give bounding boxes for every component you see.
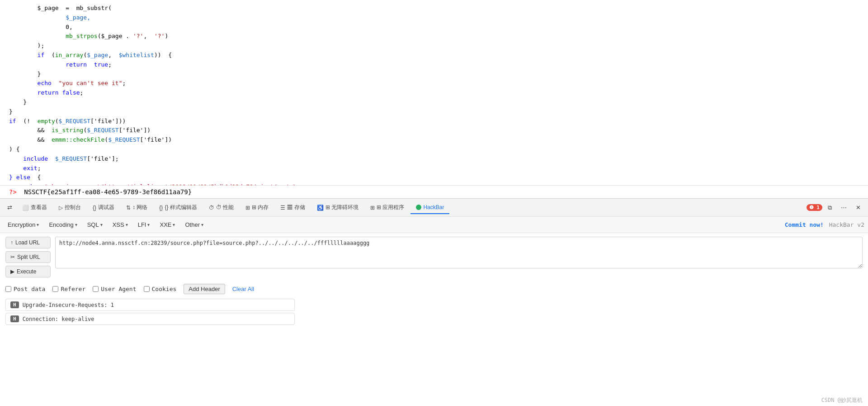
- other-chevron: ▾: [201, 222, 203, 227]
- split-url-icon: ✂: [10, 254, 15, 260]
- post-data-checkbox[interactable]: [5, 286, 11, 292]
- encoding-chevron: ▾: [75, 222, 77, 227]
- split-url-button[interactable]: ✂ Split URL: [5, 251, 51, 263]
- hackbar-options-row: Post data Referer User Agent Cookies Add…: [0, 281, 868, 297]
- console-icon: ▷: [59, 205, 63, 211]
- code-line: }: [0, 70, 868, 79]
- code-line: include $_REQUEST['file'];: [0, 154, 868, 164]
- tab-network[interactable]: ⇅ ↕ 网络: [121, 201, 153, 214]
- code-line: if (in_array($_page, $whitelist)) {: [0, 51, 868, 60]
- code-line: return false;: [0, 88, 868, 98]
- xxe-label: XXE: [160, 221, 171, 228]
- hackbar-headers-area: H Upgrade-Insecure-Requests: 1 H Connect…: [0, 297, 868, 327]
- header-badge-upgrade: H: [10, 301, 19, 308]
- referer-checkbox[interactable]: [52, 286, 58, 292]
- memory-icon: ⊞: [245, 205, 250, 211]
- hackbar-action-buttons: ↑ Load URL ✂ Split URL ▶ Execute: [5, 237, 51, 277]
- url-input[interactable]: [55, 237, 863, 268]
- dock-button[interactable]: ⧉: [824, 202, 835, 213]
- tab-performance[interactable]: ⏱ ⏱ 性能: [203, 201, 239, 214]
- sql-menu-button[interactable]: SQL ▾: [83, 220, 107, 230]
- more-options-button[interactable]: ⋯: [837, 202, 850, 213]
- user-agent-label[interactable]: User Agent: [93, 286, 136, 292]
- hackbar-version-info: Commit now! HackBar v2: [785, 221, 864, 228]
- accessibility-icon: ♿: [317, 205, 324, 211]
- inspect-icon-button[interactable]: ⇄: [4, 202, 16, 213]
- post-data-label[interactable]: Post data: [5, 286, 45, 292]
- perf-icon: ⏱: [209, 205, 214, 211]
- load-url-button[interactable]: ↑ Load URL: [5, 237, 51, 248]
- tab-console[interactable]: ▷ 控制台: [53, 201, 86, 214]
- xxe-chevron: ▾: [173, 222, 175, 227]
- clear-all-button[interactable]: Clear All: [232, 286, 254, 292]
- user-agent-checkbox[interactable]: [93, 286, 99, 292]
- lfi-chevron: ▾: [147, 222, 150, 227]
- commit-now-label: Commit now!: [785, 221, 824, 228]
- code-line: } else {: [0, 173, 868, 182]
- split-url-label: Split URL: [17, 254, 40, 260]
- lfi-menu-button[interactable]: LFI ▾: [134, 220, 154, 230]
- other-menu-button[interactable]: Other ▾: [181, 220, 208, 230]
- encryption-menu-button[interactable]: Encryption ▾: [4, 220, 43, 230]
- sql-chevron: ▾: [100, 222, 103, 227]
- inspector-icon: ⬜: [22, 205, 29, 211]
- network-icon: ⇅: [126, 205, 131, 211]
- devtools-toolbar: ⇄ ⬜ 查看器 ▷ 控制台 {} 调试器 ⇅ ↕ 网络 {} {} 样式编辑器 …: [0, 199, 868, 217]
- sql-label: SQL: [87, 221, 99, 228]
- hackbar-menu-bar: Encryption ▾ Encoding ▾ SQL ▾ XSS ▾ LFI …: [0, 217, 868, 233]
- close-devtools-button[interactable]: ✕: [852, 202, 864, 213]
- header-badge-connection: H: [10, 315, 19, 322]
- xss-label: XSS: [113, 221, 124, 228]
- xss-chevron: ▾: [126, 222, 128, 227]
- other-label: Other: [185, 221, 200, 228]
- error-count-badge: ❶ 1: [807, 204, 822, 211]
- encryption-label: Encryption: [8, 221, 35, 228]
- version-label: HackBar v2: [829, 221, 864, 228]
- referer-label[interactable]: Referer: [52, 286, 85, 292]
- execute-button[interactable]: ▶ Execute: [5, 266, 51, 277]
- tab-application[interactable]: ⊞ ⊞ 应用程序: [365, 201, 410, 214]
- code-line: );: [0, 41, 868, 51]
- execute-icon: ▶: [10, 268, 14, 275]
- tab-style-editor[interactable]: {} {} 样式编辑器: [154, 201, 202, 214]
- code-line: ) {: [0, 145, 868, 154]
- tab-memory[interactable]: ⊞ ⊞ 内存: [240, 201, 274, 214]
- execute-label: Execute: [17, 268, 36, 275]
- lfi-label: LFI: [138, 221, 146, 228]
- tab-accessibility[interactable]: ♿ ⊞ 无障碍环境: [311, 201, 364, 214]
- encryption-chevron: ▾: [37, 222, 39, 227]
- code-display: $_page = mb_substr( $_page, 0, mb_strpos…: [0, 0, 868, 186]
- header-value-connection: Connection: keep-alive: [23, 316, 94, 322]
- encoding-menu-button[interactable]: Encoding ▾: [45, 220, 81, 230]
- tab-inspector[interactable]: ⬜ 查看器: [17, 201, 52, 214]
- tab-storage[interactable]: ☰ ☰ 存储: [275, 201, 310, 214]
- watermark: CSDN @妙尻逛机: [821, 396, 863, 404]
- code-line: 0,: [0, 23, 868, 32]
- debugger-icon: {}: [93, 205, 96, 211]
- load-url-icon: ↑: [10, 239, 13, 246]
- code-line: && is_string($_REQUEST['file']): [0, 126, 868, 135]
- hackbar-main-area: ↑ Load URL ✂ Split URL ▶ Execute: [0, 233, 868, 281]
- code-line: $_page = mb_substr(: [0, 4, 868, 13]
- xss-menu-button[interactable]: XSS ▾: [108, 220, 132, 230]
- xxe-menu-button[interactable]: XXE ▾: [156, 220, 179, 230]
- tab-debugger[interactable]: {} 调试器: [87, 201, 120, 214]
- header-value-upgrade: Upgrade-Insecure-Requests: 1: [23, 302, 114, 308]
- add-header-button[interactable]: Add Header: [184, 284, 225, 294]
- tab-hackbar[interactable]: HackBar: [410, 201, 449, 214]
- code-line: echo "<br><img src=\"https://i.loli.net/…: [0, 182, 868, 186]
- cookies-label[interactable]: Cookies: [144, 286, 177, 292]
- ctf-flag: NSSCTF{e25af1ff-ea08-4e65-9789-3ef86d11a…: [24, 188, 192, 196]
- ctf-arrow: ?>: [9, 188, 17, 196]
- code-line: echo "you can't see it";: [0, 79, 868, 88]
- code-line: $_page,: [0, 13, 868, 23]
- application-icon: ⊞: [370, 205, 375, 211]
- code-line: }: [0, 107, 868, 117]
- storage-icon: ☰: [280, 205, 285, 211]
- header-row-connection: H Connection: keep-alive: [5, 313, 295, 325]
- hackbar-active-dot: [416, 205, 421, 210]
- load-url-label: Load URL: [15, 239, 40, 246]
- ctf-result: ?> NSSCTF{e25af1ff-ea08-4e65-9789-3ef86d…: [0, 186, 868, 199]
- cookies-checkbox[interactable]: [144, 286, 150, 292]
- code-line: && emmm::checkFile($_REQUEST['file']): [0, 135, 868, 145]
